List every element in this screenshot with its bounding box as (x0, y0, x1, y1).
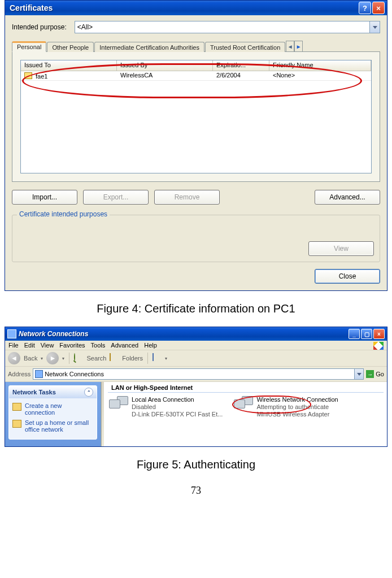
folders-icon[interactable] (110, 354, 119, 363)
go-icon: → (366, 370, 374, 378)
titlebar[interactable]: Network Connections _ ▢ × (5, 327, 387, 341)
tasks-header[interactable]: Network Tasks ⌃ (9, 386, 97, 398)
tabstrip: Personal Other People Intermediate Certi… (12, 39, 380, 52)
network-icon (234, 396, 253, 415)
network-connections-window: Network Connections _ ▢ × File Edit View… (5, 327, 387, 447)
purpose-label: Intended purpose: (12, 23, 67, 31)
address-value: Network Connections (45, 371, 104, 377)
tab-trusted-root[interactable]: Trusted Root Certification (205, 42, 285, 52)
address-bar: Address Network Connections → Go (5, 367, 387, 382)
task-create-connection[interactable]: Create a new connection (12, 401, 93, 418)
tab-personal[interactable]: Personal (12, 41, 46, 52)
folders-label[interactable]: Folders (122, 355, 143, 362)
connection-wireless[interactable]: Wireless Network Connection Attempting t… (234, 396, 338, 418)
tab-scroll-right[interactable]: ► (294, 41, 303, 52)
back-button[interactable]: ◄ (8, 352, 20, 364)
cell-expiration: 2/6/2004 (213, 71, 269, 80)
minimize-button[interactable]: _ (349, 329, 360, 339)
menu-tools[interactable]: Tools (91, 342, 106, 349)
close-x-button[interactable]: × (373, 329, 385, 339)
import-button[interactable]: Import... (12, 190, 77, 205)
fwd-dropdown[interactable]: ▾ (62, 356, 64, 361)
col-issued-to[interactable]: Issued To (21, 60, 117, 71)
menu-bar: File Edit View Favorites Tools Advanced … (5, 341, 387, 350)
cell-issued-by: WirelessCA (117, 71, 213, 80)
task-icon (12, 420, 21, 428)
menu-view[interactable]: View (41, 342, 54, 349)
export-button[interactable]: Export... (83, 190, 149, 205)
conn-device: D-Link DFE-530TX PCI Fast Et... (132, 411, 223, 418)
purpose-select[interactable]: <All> (75, 21, 380, 33)
table-row[interactable]: fae1 WirelessCA 2/6/2004 <None> (21, 71, 371, 81)
group-legend: Certificate intended purposes (17, 210, 110, 218)
task-setup-network[interactable]: Set up a home or small office network (12, 418, 93, 434)
search-label[interactable]: Search (86, 355, 106, 362)
figure4-caption: Figure 4: Certificate information on PC1 (5, 302, 387, 315)
remove-button[interactable]: Remove (154, 190, 220, 205)
back-label: Back (24, 355, 37, 362)
menu-help[interactable]: Help (144, 342, 157, 349)
purpose-value: <All> (75, 21, 370, 33)
views-icon[interactable] (153, 354, 162, 363)
titlebar[interactable]: Certificates ? × (5, 1, 387, 15)
conn-status: Disabled (132, 403, 223, 411)
maximize-button[interactable]: ▢ (361, 329, 372, 339)
conn-name: Wireless Network Connection (256, 396, 338, 403)
certificates-dialog: Certificates ? × Intended purpose: <All>… (5, 0, 387, 291)
back-dropdown[interactable]: ▾ (41, 356, 43, 361)
menu-favorites[interactable]: Favorites (59, 342, 85, 349)
col-friendly-name[interactable]: Friendly Name (269, 60, 371, 71)
collapse-icon[interactable]: ⌃ (84, 388, 93, 397)
window-title: Network Connections (19, 330, 349, 338)
windows-flag-icon (373, 342, 384, 350)
separator (69, 353, 69, 364)
menu-file[interactable]: File (8, 342, 19, 349)
go-button[interactable]: → Go (366, 370, 384, 378)
list-header: Issued To Issued By Expiratio... Friendl… (21, 60, 371, 71)
tab-intermediate-ca[interactable]: Intermediate Certification Authorities (94, 42, 204, 52)
tab-scroll-left[interactable]: ◄ (286, 41, 294, 52)
page-number: 73 (5, 485, 387, 497)
search-icon[interactable] (74, 354, 83, 363)
network-icon (109, 396, 128, 415)
help-button[interactable]: ? (359, 2, 371, 14)
close-x-button[interactable]: × (372, 2, 385, 14)
views-dropdown[interactable]: ▾ (165, 356, 167, 361)
task-icon (12, 403, 21, 411)
toolbar: ◄ Back ▾ ► ▾ Search Folders ▾ (5, 350, 387, 367)
cell-friendly: <None> (269, 71, 371, 80)
forward-button[interactable]: ► (46, 352, 59, 364)
advanced-button[interactable]: Advanced... (315, 190, 380, 205)
location-icon (35, 370, 43, 378)
cell-issued-to: fae1 (21, 71, 117, 80)
tasks-sidebar: Network Tasks ⌃ Create a new connection … (5, 382, 101, 446)
col-issued-by[interactable]: Issued By (117, 60, 213, 71)
connections-pane: LAN or High-Speed Internet Local Area Co… (104, 382, 387, 446)
group-header: LAN or High-Speed Internet (108, 384, 384, 393)
figure5-caption: Figure 5: Authenticating (5, 458, 387, 471)
conn-name: Local Area Connection (132, 396, 223, 403)
separator (147, 353, 148, 364)
conn-device: MiniUSB Wireless Adapter (256, 411, 338, 418)
address-input[interactable]: Network Connections (33, 368, 355, 380)
menu-edit[interactable]: Edit (24, 342, 35, 349)
conn-status: Attempting to authenticate (256, 403, 338, 411)
address-dropdown[interactable] (355, 368, 364, 380)
window-title: Certificates (7, 3, 358, 12)
purposes-group: Certificate intended purposes View (12, 215, 380, 262)
col-expiration[interactable]: Expiratio... (213, 60, 269, 71)
window-icon (7, 329, 16, 338)
close-button[interactable]: Close (315, 269, 380, 284)
address-label: Address (8, 371, 31, 377)
view-button[interactable]: View (308, 241, 374, 256)
certificate-icon (24, 72, 32, 79)
tab-other-people[interactable]: Other People (47, 42, 94, 52)
menu-advanced[interactable]: Advanced (111, 342, 138, 349)
certificates-list[interactable]: Issued To Issued By Expiratio... Friendl… (20, 60, 372, 173)
connection-lan[interactable]: Local Area Connection Disabled D-Link DF… (109, 396, 223, 418)
chevron-down-icon[interactable] (370, 21, 380, 33)
